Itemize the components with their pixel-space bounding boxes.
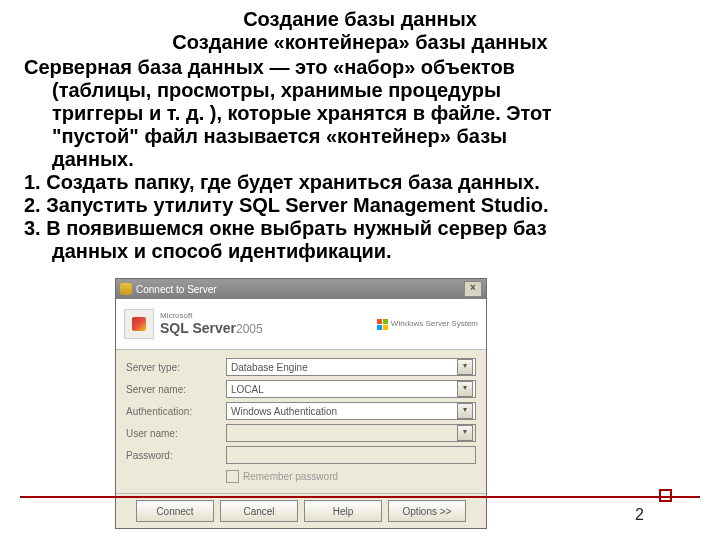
brand-sql-server: SQL Server (160, 320, 236, 336)
server-type-label: Server type: (126, 362, 226, 373)
database-icon (120, 283, 132, 295)
username-field: ▾ (226, 424, 476, 442)
dialog-titlebar: Connect to Server × (116, 279, 486, 299)
sql-server-icon (124, 309, 154, 339)
windows-server-system-logo: Windows Server System (377, 318, 478, 330)
username-label: User name: (126, 428, 226, 439)
server-type-select[interactable]: Database Engine ▾ (226, 358, 476, 376)
authentication-label: Authentication: (126, 406, 226, 417)
chevron-down-icon: ▾ (457, 403, 473, 419)
footer-accent-square (659, 489, 672, 502)
dialog-title: Connect to Server (136, 284, 217, 295)
close-button[interactable]: × (464, 281, 482, 297)
body-text: Серверная база данных — это «набор» объе… (24, 56, 696, 263)
chevron-down-icon: ▾ (457, 425, 473, 441)
brand-year: 2005 (236, 322, 263, 336)
remember-password-label: Remember password (243, 471, 338, 482)
connect-dialog: Connect to Server × Microsoft SQL Server… (115, 278, 487, 529)
page-number: 2 (635, 506, 644, 524)
password-label: Password: (126, 450, 226, 461)
server-name-label: Server name: (126, 384, 226, 395)
server-name-select[interactable]: LOCAL ▾ (226, 380, 476, 398)
windows-flag-icon (377, 318, 389, 330)
help-button[interactable]: Help (304, 500, 382, 522)
authentication-select[interactable]: Windows Authentication ▾ (226, 402, 476, 420)
remember-password-checkbox (226, 470, 239, 483)
connect-button[interactable]: Connect (136, 500, 214, 522)
password-field (226, 446, 476, 464)
cancel-button[interactable]: Cancel (220, 500, 298, 522)
slide-title: Создание базы данных (24, 8, 696, 31)
dialog-banner: Microsoft SQL Server2005 Windows Server … (116, 299, 486, 350)
options-button[interactable]: Options >> (388, 500, 466, 522)
footer-rule (20, 496, 700, 498)
brand-microsoft: Microsoft (160, 312, 263, 320)
slide-subtitle: Создание «контейнера» базы данных (24, 31, 696, 54)
chevron-down-icon: ▾ (457, 381, 473, 397)
chevron-down-icon: ▾ (457, 359, 473, 375)
